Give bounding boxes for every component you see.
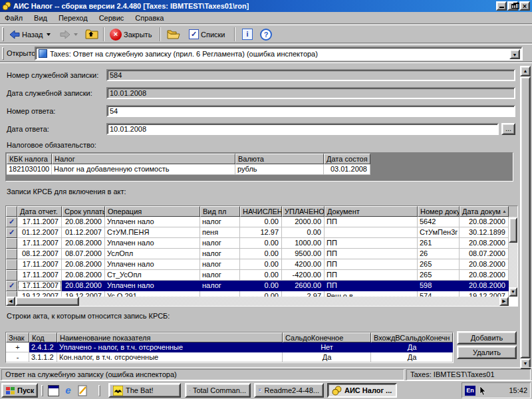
table-row[interactable]: 19.12.200719.12.2007Ус.О.2910.00-2.97Реш…: [6, 291, 509, 297]
table-cell[interactable]: налог: [200, 281, 240, 291]
table-cell[interactable]: 0.00: [282, 227, 325, 238]
table-cell[interactable]: -: [6, 352, 29, 362]
tasks-grip[interactable]: [98, 385, 100, 396]
column-header[interactable]: КБК налога: [7, 154, 52, 164]
combobox-arrow-icon[interactable]: ▼: [509, 49, 520, 59]
column-header[interactable]: [6, 206, 17, 217]
table-cell[interactable]: 19.12.2007: [17, 291, 62, 297]
column-header[interactable]: Код: [29, 332, 57, 342]
table-row[interactable]: ✓01.12.200701.12.2007СтУМ.ПЕНЯпеня12.970…: [6, 227, 509, 238]
table-cell[interactable]: Да: [283, 352, 371, 362]
table-cell[interactable]: 03.01.2008: [324, 164, 370, 175]
info-button[interactable]: i: [239, 26, 255, 43]
journal-icon[interactable]: [77, 385, 88, 396]
table-cell[interactable]: 265: [418, 259, 460, 270]
column-header[interactable]: НАЧИСЛЕН: [240, 206, 282, 217]
main-vscroll-thumb[interactable]: [520, 76, 531, 358]
table-cell[interactable]: СтУмПен3г: [418, 227, 460, 238]
main-scroll-up-icon[interactable]: ▲: [520, 66, 531, 76]
table-cell[interactable]: Нет: [283, 342, 371, 352]
table-row[interactable]: 08.12.200708.07.2000УслОплналог0.009500.…: [6, 249, 509, 259]
menu-view[interactable]: Вид: [29, 13, 52, 23]
table-cell[interactable]: Да: [371, 342, 453, 352]
column-header[interactable]: СальдоКонечное: [283, 332, 371, 342]
cursor-tray-icon[interactable]: [477, 386, 487, 396]
table-cell[interactable]: 20.08.2000: [460, 281, 509, 291]
table-cell[interactable]: Уплачен нало: [105, 259, 200, 270]
column-header[interactable]: Вид пл: [200, 206, 240, 217]
internet-explorer-icon[interactable]: e: [63, 385, 74, 396]
help-button[interactable]: ?: [257, 26, 275, 43]
row-check-cell[interactable]: [6, 270, 17, 281]
table-cell[interactable]: 20.08.2000: [460, 217, 509, 227]
table-cell[interactable]: 20.08.2000: [62, 270, 105, 281]
table-cell[interactable]: 0.00: [240, 217, 282, 227]
table-row[interactable]: 17.11.200720.08.2000Уплачен налоналог0.0…: [6, 238, 509, 249]
table-cell[interactable]: 26: [418, 249, 460, 259]
column-header[interactable]: ВхождВСальдоКонечн: [371, 332, 453, 342]
language-indicator[interactable]: En: [465, 386, 475, 396]
table-cell[interactable]: Кон.налог, в т.ч. отсроченные: [57, 352, 283, 362]
table-cell[interactable]: рубль: [235, 164, 324, 175]
table-cell[interactable]: +: [6, 342, 29, 352]
column-header[interactable]: Наименование показателя: [57, 332, 283, 342]
table-cell[interactable]: 08.07.2000: [460, 249, 509, 259]
row-check-cell[interactable]: ✓: [6, 217, 17, 227]
table-cell[interactable]: 12.97: [240, 227, 282, 238]
table-cell[interactable]: Уплачено - налог, в т.ч. отсроченные: [57, 342, 283, 352]
table-row[interactable]: +2.4.1.2Уплачено - налог, в т.ч. отсроче…: [6, 342, 453, 352]
row-check-cell[interactable]: [6, 259, 17, 270]
table-cell[interactable]: налог: [200, 249, 240, 259]
table-cell[interactable]: СтУМ.ПЕНЯ: [105, 227, 200, 238]
column-header[interactable]: Операция: [105, 206, 200, 217]
start-button[interactable]: Пуск: [1, 383, 38, 398]
openbar-grip[interactable]: [2, 47, 4, 60]
table-cell[interactable]: Уплачен нало: [105, 281, 200, 291]
table-cell[interactable]: 01.12.2007: [17, 227, 62, 238]
row-check-cell[interactable]: [6, 238, 17, 249]
column-header[interactable]: Срок уплаты: [62, 206, 105, 217]
table-cell[interactable]: Уплачен нало: [105, 238, 200, 249]
table-cell[interactable]: 01.12.2007: [62, 227, 105, 238]
column-header[interactable]: Налог: [52, 154, 235, 164]
table-row[interactable]: 1821030100Налог на добавленную стоимость…: [7, 164, 370, 175]
menu-navigate[interactable]: Переход: [54, 13, 92, 23]
forward-button[interactable]: [57, 26, 80, 43]
table-cell[interactable]: 19.12.2007: [460, 291, 509, 297]
table-cell[interactable]: УслОпл: [105, 249, 200, 259]
table-cell[interactable]: 0.00: [240, 249, 282, 259]
table-row[interactable]: ✓17.11.200720.08.2000Уплачен налоналог0.…: [6, 281, 509, 291]
table-cell[interactable]: Реш.о в: [325, 291, 418, 297]
krsb-scroll-right-icon[interactable]: ▶: [499, 297, 509, 306]
table-cell[interactable]: 08.07.2000: [62, 249, 105, 259]
table-cell[interactable]: Налог на добавленную стоимость: [52, 164, 235, 175]
task-totalcommander[interactable]: Total Comman...: [185, 383, 251, 398]
close-document-button[interactable]: × Закрыть: [107, 26, 154, 43]
table-cell[interactable]: 5642: [418, 217, 460, 227]
table-cell[interactable]: налог: [200, 217, 240, 227]
krsb-hscrollbar[interactable]: ◀ ▶: [6, 297, 509, 306]
table-cell[interactable]: -4200.00: [282, 270, 325, 281]
table-cell[interactable]: 08.12.2007: [17, 249, 62, 259]
table-cell[interactable]: 17.11.2007: [17, 259, 62, 270]
table-cell[interactable]: 20.08.2000: [62, 217, 105, 227]
table-cell[interactable]: 20.08.2000: [460, 270, 509, 281]
lists-button[interactable]: ✓ Списки: [186, 26, 228, 43]
table-cell[interactable]: 2600.00: [282, 281, 325, 291]
table-cell[interactable]: 2000.00: [282, 217, 325, 227]
minimize-button[interactable]: [496, 1, 507, 11]
table-cell[interactable]: ПП: [325, 281, 418, 291]
open-folder-button[interactable]: [164, 26, 183, 43]
column-header[interactable]: Документ: [325, 206, 418, 217]
table-cell[interactable]: 0.00: [240, 270, 282, 281]
sort-asc-icon[interactable]: ▲: [502, 209, 507, 213]
answer-number-field[interactable]: 54: [106, 105, 515, 117]
table-cell[interactable]: 17.11.2007: [17, 238, 62, 249]
table-cell[interactable]: Ус.О.291: [105, 291, 200, 297]
row-check-cell[interactable]: [6, 291, 17, 297]
table-cell[interactable]: пеня: [200, 227, 240, 238]
row-check-cell[interactable]: ✓: [6, 227, 17, 238]
answer-date-field[interactable]: 10.01.2008: [106, 123, 499, 135]
table-cell[interactable]: 2.4.1.2: [29, 342, 57, 352]
table-cell[interactable]: ПП: [325, 259, 418, 270]
